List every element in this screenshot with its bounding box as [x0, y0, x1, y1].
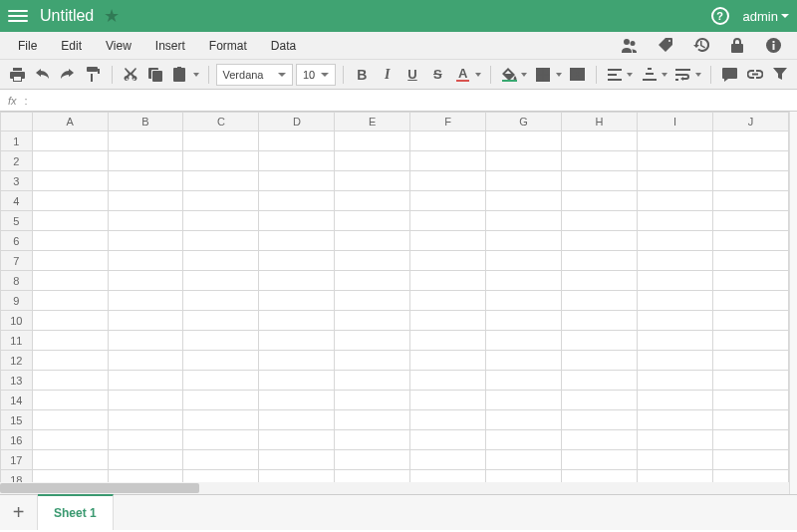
- cell[interactable]: [562, 231, 638, 251]
- cell[interactable]: [712, 132, 788, 151]
- cell[interactable]: [183, 331, 259, 351]
- cell[interactable]: [259, 430, 335, 450]
- cell[interactable]: [562, 151, 638, 171]
- add-sheet-button[interactable]: +: [0, 495, 38, 530]
- cell[interactable]: [562, 391, 638, 410]
- filter-icon[interactable]: [769, 63, 791, 87]
- cell[interactable]: [108, 351, 183, 371]
- wrap-dropdown-icon[interactable]: [695, 73, 701, 77]
- redo-icon[interactable]: [57, 63, 79, 87]
- cell[interactable]: [32, 132, 108, 151]
- cell[interactable]: [32, 410, 108, 430]
- sheet-tab[interactable]: Sheet 1: [38, 494, 114, 530]
- cell[interactable]: [712, 211, 788, 231]
- align-v-dropdown-icon[interactable]: [662, 73, 667, 77]
- cell[interactable]: [410, 271, 486, 291]
- font-color-icon[interactable]: A: [452, 63, 474, 87]
- cell[interactable]: [712, 231, 788, 251]
- cell[interactable]: [486, 191, 562, 211]
- row-header[interactable]: 4: [1, 191, 33, 211]
- cell[interactable]: [638, 211, 713, 231]
- row-header[interactable]: 11: [1, 331, 33, 351]
- cell[interactable]: [108, 311, 183, 331]
- favorite-star-icon[interactable]: ★: [104, 5, 120, 27]
- cell[interactable]: [410, 331, 486, 351]
- cell[interactable]: [108, 171, 183, 191]
- cell[interactable]: [183, 191, 259, 211]
- cell[interactable]: [712, 191, 788, 211]
- tag-icon[interactable]: [654, 34, 677, 58]
- cell[interactable]: [335, 191, 410, 211]
- row-header[interactable]: 12: [1, 351, 33, 371]
- cell[interactable]: [562, 251, 638, 271]
- cell[interactable]: [259, 171, 335, 191]
- comment-icon[interactable]: [718, 63, 740, 87]
- select-all-corner[interactable]: [1, 113, 33, 132]
- cell[interactable]: [638, 151, 713, 171]
- cell[interactable]: [108, 231, 183, 251]
- cell[interactable]: [335, 371, 410, 391]
- col-header[interactable]: E: [335, 113, 410, 132]
- cell[interactable]: [410, 291, 486, 311]
- cell[interactable]: [259, 211, 335, 231]
- cell[interactable]: [638, 391, 713, 410]
- cell[interactable]: [108, 391, 183, 410]
- cell[interactable]: [259, 151, 335, 171]
- cell[interactable]: [108, 251, 183, 271]
- cell[interactable]: [712, 151, 788, 171]
- cell[interactable]: [638, 371, 713, 391]
- scrollbar-thumb[interactable]: [0, 483, 199, 493]
- font-color-dropdown-icon[interactable]: [475, 73, 481, 77]
- cell[interactable]: [410, 371, 486, 391]
- cell[interactable]: [183, 391, 259, 410]
- text-wrap-icon[interactable]: [672, 63, 694, 87]
- cell[interactable]: [410, 450, 486, 470]
- vertical-scrollbar[interactable]: [789, 112, 797, 494]
- cell[interactable]: [335, 132, 410, 151]
- cell[interactable]: [486, 351, 562, 371]
- cell[interactable]: [32, 311, 108, 331]
- cell[interactable]: [259, 251, 335, 271]
- row-header[interactable]: 13: [1, 371, 33, 391]
- cell[interactable]: [562, 430, 638, 450]
- cell[interactable]: [562, 331, 638, 351]
- col-header[interactable]: G: [486, 113, 562, 132]
- cell[interactable]: [183, 132, 259, 151]
- cell[interactable]: [638, 311, 713, 331]
- cell[interactable]: [638, 291, 713, 311]
- cell[interactable]: [410, 171, 486, 191]
- cell[interactable]: [108, 291, 183, 311]
- link-icon[interactable]: [743, 63, 765, 87]
- copy-icon[interactable]: [144, 63, 166, 87]
- font-size-combo[interactable]: 10: [296, 64, 336, 86]
- cell[interactable]: [712, 271, 788, 291]
- cell[interactable]: [638, 351, 713, 371]
- cell[interactable]: [410, 410, 486, 430]
- row-header[interactable]: 5: [1, 211, 33, 231]
- align-horizontal-icon[interactable]: [604, 63, 626, 87]
- cell[interactable]: [259, 351, 335, 371]
- cell[interactable]: [562, 132, 638, 151]
- cell[interactable]: [335, 391, 410, 410]
- font-name-combo[interactable]: Verdana: [216, 64, 293, 86]
- cell[interactable]: [486, 132, 562, 151]
- col-header[interactable]: J: [712, 113, 788, 132]
- row-header[interactable]: 15: [1, 410, 33, 430]
- cell[interactable]: [183, 271, 259, 291]
- align-vertical-icon[interactable]: [638, 63, 660, 87]
- row-header[interactable]: 9: [1, 291, 33, 311]
- row-header[interactable]: 10: [1, 311, 33, 331]
- row-header[interactable]: 7: [1, 251, 33, 271]
- menu-toggle-icon[interactable]: [8, 10, 28, 22]
- cell[interactable]: [335, 450, 410, 470]
- cell[interactable]: [183, 291, 259, 311]
- cell[interactable]: [486, 291, 562, 311]
- cell[interactable]: [259, 391, 335, 410]
- cell[interactable]: [410, 351, 486, 371]
- cell[interactable]: [638, 271, 713, 291]
- col-header[interactable]: C: [183, 113, 259, 132]
- cell[interactable]: [32, 291, 108, 311]
- cell[interactable]: [32, 391, 108, 410]
- row-header[interactable]: 14: [1, 391, 33, 410]
- cell[interactable]: [712, 410, 788, 430]
